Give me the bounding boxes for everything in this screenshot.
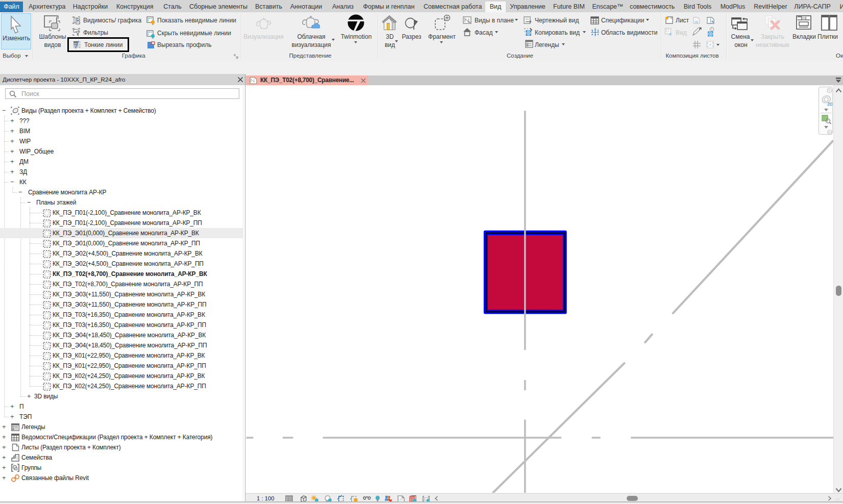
svg-text:2D: 2D: [827, 102, 832, 107]
